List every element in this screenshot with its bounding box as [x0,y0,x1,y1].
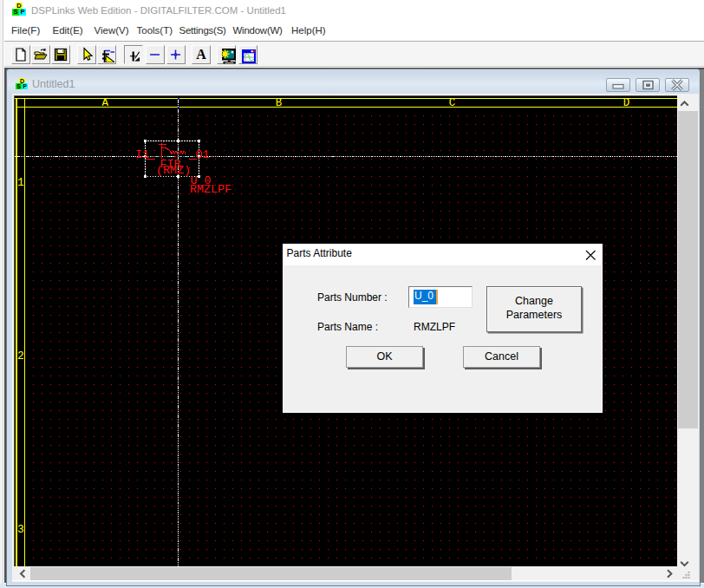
svg-text:I1: I1 [135,148,149,161]
svg-text:B: B [276,97,283,109]
svg-text:O1: O1 [196,148,210,161]
svg-text:D: D [623,97,630,109]
svg-text:A: A [102,97,109,109]
svg-text:(RMZ): (RMZ) [156,164,191,177]
svg-text:1: 1 [17,176,24,189]
svg-text:3: 3 [17,523,24,536]
svg-text:2: 2 [17,350,24,363]
svg-text:C: C [449,97,456,109]
svg-text:RMZLPF: RMZLPF [190,183,231,196]
